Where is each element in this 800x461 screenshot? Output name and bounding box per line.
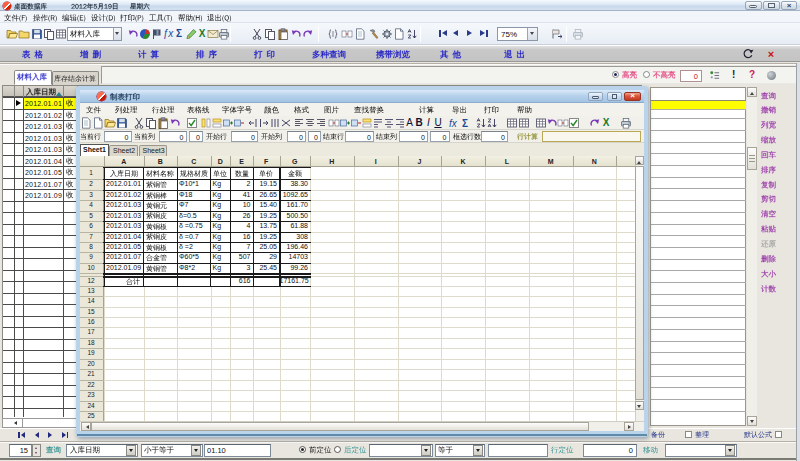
svg-text:fx: fx	[449, 118, 458, 129]
svg-text:Σ: Σ	[462, 118, 468, 129]
